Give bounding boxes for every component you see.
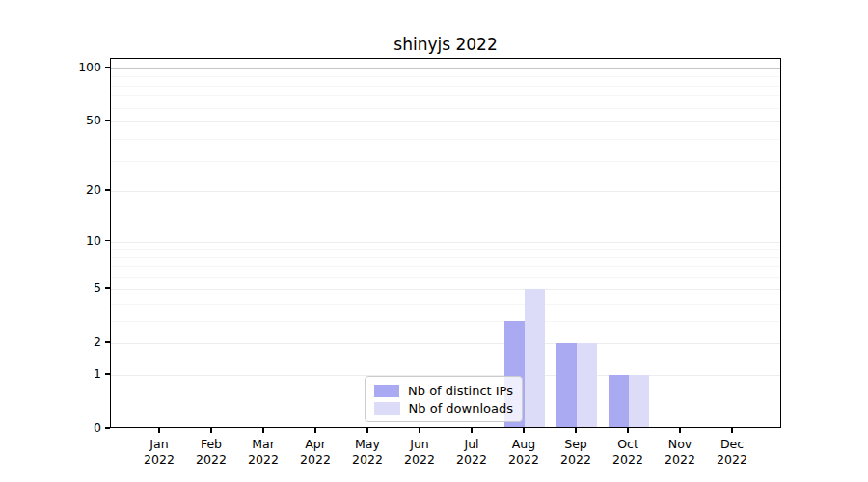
x-tick-mark xyxy=(627,428,629,433)
legend-item-downloads: Nb of downloads xyxy=(374,401,513,415)
legend-item-distinct-ips: Nb of distinct IPs xyxy=(374,384,513,398)
y-tick-mark xyxy=(105,341,110,343)
y-tick-label: 2 xyxy=(63,336,101,349)
x-tick-label: Jul2022 xyxy=(443,437,501,469)
y-tick-mark xyxy=(105,67,110,68)
bar-oct-downloads xyxy=(629,375,649,428)
chart: shinyjs 2022 0125102050100Jan2022Feb2022… xyxy=(0,0,868,482)
x-tick-mark xyxy=(262,428,264,433)
y-tick-mark xyxy=(105,240,110,242)
grid-line xyxy=(111,68,780,69)
x-tick-label: Jun2022 xyxy=(391,437,448,469)
y-tick-mark xyxy=(105,287,110,289)
x-tick-mark xyxy=(575,428,577,433)
x-tick-label: Aug2022 xyxy=(495,437,553,469)
y-tick-label: 1 xyxy=(63,368,101,381)
x-tick-mark xyxy=(158,428,160,433)
legend-label-downloads: Nb of downloads xyxy=(409,401,513,415)
bar-oct-ips xyxy=(609,375,629,428)
grid-line xyxy=(111,242,780,243)
bar-sep-downloads xyxy=(577,343,597,428)
grid-line xyxy=(111,139,780,140)
grid-line xyxy=(111,266,780,267)
y-tick-mark xyxy=(105,427,110,429)
x-tick-mark xyxy=(366,428,368,433)
grid-line xyxy=(111,321,780,322)
x-tick-label: Mar2022 xyxy=(234,437,292,469)
legend-swatch-downloads-icon xyxy=(374,402,400,415)
x-tick-label: Apr2022 xyxy=(286,437,344,469)
x-tick-label: Nov2022 xyxy=(651,437,709,469)
legend-label-distinct-ips: Nb of distinct IPs xyxy=(408,384,513,398)
legend: Nb of distinct IPs Nb of downloads xyxy=(365,376,523,422)
bar-aug-downloads xyxy=(525,289,545,428)
legend-swatch-distinct-ips-icon xyxy=(374,385,399,397)
y-tick-label: 100 xyxy=(63,62,101,74)
chart-title: shinyjs 2022 xyxy=(110,35,781,54)
grid-line xyxy=(111,108,780,109)
y-tick-label: 20 xyxy=(63,184,101,197)
x-tick-mark xyxy=(679,428,681,433)
grid-line xyxy=(111,121,780,122)
y-tick-mark xyxy=(105,189,110,191)
y-tick-mark xyxy=(105,373,110,375)
x-tick-mark xyxy=(471,428,473,433)
grid-line xyxy=(111,161,780,162)
y-tick-mark xyxy=(105,120,110,122)
x-tick-label: Feb2022 xyxy=(182,437,240,469)
x-tick-label: Jan2022 xyxy=(130,437,188,469)
x-tick-label: Dec2022 xyxy=(703,437,761,469)
grid-line xyxy=(111,304,780,305)
bar-sep-ips xyxy=(556,343,577,428)
x-tick-mark xyxy=(731,428,733,433)
grid-line xyxy=(111,343,780,344)
grid-line xyxy=(111,76,780,77)
grid-line xyxy=(111,191,780,192)
x-tick-mark xyxy=(314,428,316,433)
x-tick-mark xyxy=(419,428,420,433)
plot-area xyxy=(110,58,781,428)
grid-line xyxy=(111,289,780,290)
y-tick-label: 5 xyxy=(63,282,101,295)
grid-line xyxy=(111,249,780,250)
x-tick-mark xyxy=(523,428,525,433)
y-tick-label: 10 xyxy=(63,235,101,248)
x-tick-label: Sep2022 xyxy=(547,437,605,469)
x-tick-mark xyxy=(210,428,212,433)
grid-line xyxy=(111,95,780,96)
grid-line xyxy=(111,277,780,278)
y-tick-label: 0 xyxy=(63,422,101,435)
x-tick-label: Oct2022 xyxy=(599,437,657,469)
grid-line xyxy=(111,86,780,87)
x-tick-label: May2022 xyxy=(339,437,396,469)
y-tick-label: 50 xyxy=(63,115,101,127)
grid-line xyxy=(111,257,780,258)
